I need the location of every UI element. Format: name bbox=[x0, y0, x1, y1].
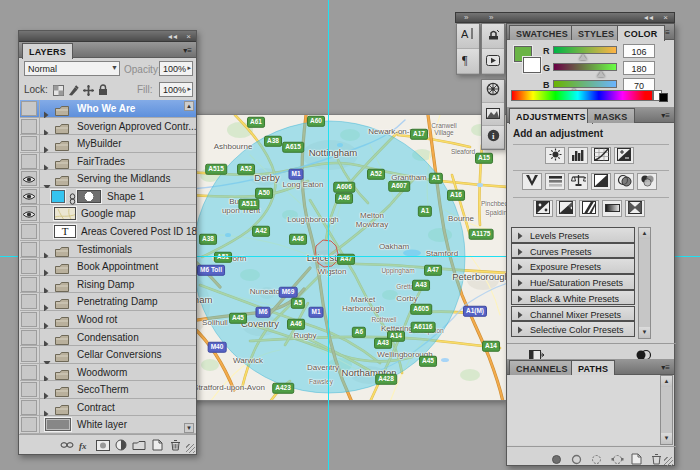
new-adjustment-layer-button[interactable] bbox=[113, 438, 129, 452]
panel-icon-actions[interactable] bbox=[482, 49, 504, 74]
adjustment-hue-saturation[interactable] bbox=[545, 173, 565, 190]
layer-row[interactable]: SecoTherm bbox=[20, 381, 196, 399]
tab-masks[interactable]: MASKS bbox=[587, 108, 635, 123]
adjustment-color-balance[interactable] bbox=[568, 173, 588, 190]
layer-row[interactable]: Shape 1 bbox=[20, 188, 196, 206]
presets-scrollbar[interactable]: ▲ ▼ bbox=[638, 227, 651, 339]
add-layer-mask-button[interactable] bbox=[95, 438, 111, 452]
channel-slider-r[interactable] bbox=[553, 46, 617, 54]
link-layers-button[interactable] bbox=[59, 438, 75, 452]
delete-layer-button[interactable] bbox=[167, 438, 183, 452]
panel-icon-character[interactable]: A bbox=[457, 24, 479, 49]
layer-row[interactable]: TAreas Covered Post ID 18 bbox=[20, 223, 196, 241]
visibility-toggle[interactable] bbox=[21, 154, 37, 169]
visibility-toggle[interactable] bbox=[21, 312, 37, 327]
preset-row[interactable]: Channel Mixer Presets bbox=[511, 306, 635, 322]
layer-row[interactable]: Woodworm bbox=[20, 364, 196, 382]
layer-style-fx-button[interactable]: fx bbox=[77, 438, 93, 452]
preset-row[interactable]: Selective Color Presets bbox=[511, 321, 635, 337]
resize-grip[interactable] bbox=[664, 457, 673, 466]
close-dock-button[interactable]: × bbox=[663, 12, 669, 23]
scroll-down-button[interactable]: ▼ bbox=[184, 423, 194, 433]
adjustment-curves[interactable] bbox=[591, 147, 611, 164]
collapse-column-icon[interactable]: » bbox=[489, 12, 494, 23]
lock-position-icon[interactable] bbox=[81, 83, 95, 97]
adjustment-black-white[interactable] bbox=[591, 173, 611, 190]
delete-path-button[interactable] bbox=[651, 451, 662, 469]
resize-grip[interactable] bbox=[186, 444, 195, 453]
path-as-selection-button[interactable] bbox=[591, 451, 602, 469]
layer-row[interactable]: White layer bbox=[20, 416, 196, 434]
visibility-toggle[interactable] bbox=[21, 330, 37, 345]
lock-transparency-icon[interactable] bbox=[51, 83, 65, 97]
close-panel-button[interactable]: × bbox=[186, 31, 192, 42]
paths-scrollbar[interactable]: ▲ ▼ bbox=[660, 375, 673, 445]
collapse-column-icon[interactable]: » bbox=[464, 12, 469, 23]
lock-all-icon[interactable] bbox=[96, 83, 110, 97]
adjustment-vibrance[interactable] bbox=[522, 173, 542, 190]
scroll-up-button[interactable]: ▲ bbox=[661, 376, 672, 387]
visibility-toggle[interactable] bbox=[21, 101, 37, 116]
visibility-toggle[interactable] bbox=[21, 171, 37, 186]
visibility-toggle[interactable] bbox=[21, 365, 37, 380]
preset-row[interactable]: Exposure Presets bbox=[511, 258, 635, 274]
adjustment-levels[interactable] bbox=[568, 147, 588, 164]
panel-icon-navigator[interactable] bbox=[482, 80, 504, 103]
layer-row[interactable]: Testimonials bbox=[20, 241, 196, 259]
adjustment-threshold[interactable] bbox=[579, 200, 599, 217]
preset-row[interactable]: Curves Presets bbox=[511, 243, 635, 259]
panel-menu-icon[interactable]: ▾≡ bbox=[661, 111, 670, 121]
fill-thumbnail[interactable] bbox=[45, 418, 71, 431]
opacity-input[interactable]: 100% ▸ bbox=[159, 61, 193, 76]
visibility-toggle[interactable] bbox=[21, 294, 37, 309]
adjustment-posterize[interactable] bbox=[556, 200, 576, 217]
layer-row[interactable]: Who We Are bbox=[20, 100, 196, 118]
layer-row[interactable]: Rising Damp bbox=[20, 276, 196, 294]
tab-channels[interactable]: CHANNELS bbox=[509, 360, 575, 375]
layer-row[interactable]: Soverign Approved Contr... bbox=[20, 118, 196, 136]
layer-row[interactable]: Wood rot bbox=[20, 311, 196, 329]
shape-color-thumbnail[interactable] bbox=[51, 190, 65, 203]
tab-swatches[interactable]: SWATCHES bbox=[509, 25, 575, 40]
new-group-button[interactable] bbox=[131, 438, 147, 452]
preset-row[interactable]: Black & White Presets bbox=[511, 290, 635, 306]
visibility-toggle[interactable] bbox=[21, 347, 37, 362]
vertical-guide[interactable] bbox=[328, 0, 329, 470]
tab-styles[interactable]: STYLES bbox=[571, 25, 621, 40]
layer-row[interactable]: Book Appointment bbox=[20, 258, 196, 276]
layer-row[interactable]: Contract bbox=[20, 399, 196, 417]
channel-value-g[interactable]: 180 bbox=[623, 61, 655, 75]
layer-row[interactable]: FairTrades bbox=[20, 153, 196, 171]
visibility-toggle[interactable] bbox=[21, 400, 37, 415]
visibility-toggle[interactable] bbox=[21, 136, 37, 151]
new-path-button[interactable] bbox=[631, 451, 642, 469]
map-canvas[interactable]: AshbourneNewark-on-TrentCranwell Village… bbox=[189, 114, 507, 401]
color-spectrum-ramp[interactable] bbox=[511, 90, 653, 101]
panel-menu-icon[interactable]: ▾≡ bbox=[661, 363, 670, 373]
layer-row[interactable]: MyBuilder bbox=[20, 135, 196, 153]
layer-row[interactable]: Google map bbox=[20, 205, 196, 223]
tab-color[interactable]: COLOR bbox=[617, 25, 665, 41]
visibility-toggle[interactable] bbox=[21, 189, 37, 204]
panel-dragbar[interactable]: ◂◂ × bbox=[19, 31, 196, 42]
layer-row[interactable]: Penetrating Damp bbox=[20, 293, 196, 311]
dock-dragbar[interactable]: » » ◂◂ × bbox=[455, 12, 675, 23]
tab-adjustments[interactable]: ADJUSTMENTS bbox=[509, 108, 593, 124]
vector-mask-thumbnail[interactable] bbox=[77, 190, 101, 203]
image-thumbnail[interactable] bbox=[54, 207, 76, 220]
scroll-down-button[interactable]: ▼ bbox=[639, 327, 650, 338]
scroll-down-button[interactable]: ▼ bbox=[661, 433, 672, 444]
visibility-toggle[interactable] bbox=[21, 206, 37, 221]
visibility-toggle[interactable] bbox=[21, 382, 37, 397]
layer-row[interactable]: Condensation bbox=[20, 329, 196, 347]
preset-row[interactable]: Levels Presets bbox=[511, 227, 635, 243]
tab-paths[interactable]: PATHS bbox=[571, 360, 615, 376]
visibility-toggle[interactable] bbox=[21, 242, 37, 257]
selection-as-path-button[interactable] bbox=[611, 451, 624, 469]
channel-slider-g[interactable] bbox=[553, 63, 617, 71]
fill-path-button[interactable] bbox=[551, 451, 562, 469]
visibility-toggle[interactable] bbox=[21, 277, 37, 292]
scroll-up-button[interactable]: ▲ bbox=[639, 228, 650, 239]
new-layer-button[interactable] bbox=[149, 438, 165, 452]
adjustment-gradient-map[interactable] bbox=[602, 200, 622, 217]
